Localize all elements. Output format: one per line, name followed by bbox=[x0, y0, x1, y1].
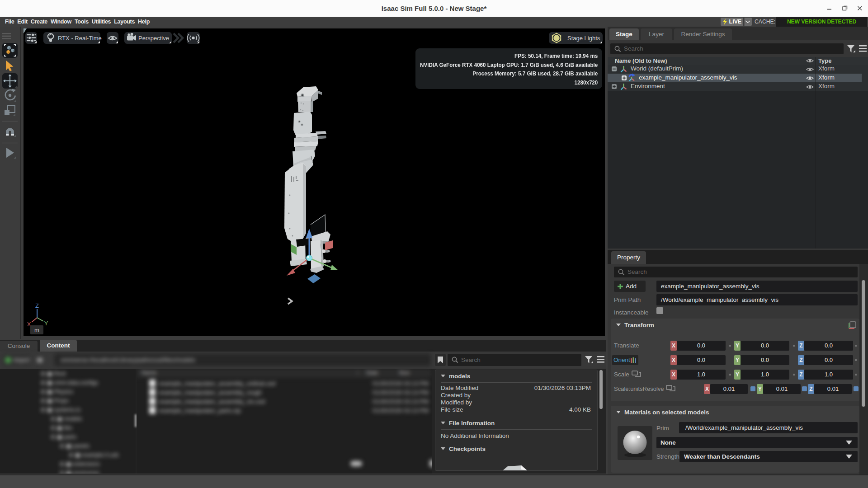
svg-text:Stage Lights: Stage Lights bbox=[567, 35, 600, 42]
svg-text:Z: Z bbox=[35, 302, 39, 309]
svg-text:Y: Y bbox=[44, 320, 48, 327]
svg-text:RTX - Real-Time: RTX - Real-Time bbox=[58, 35, 102, 42]
svg-text:Perspective: Perspective bbox=[138, 35, 169, 42]
svg-text:m: m bbox=[34, 327, 39, 333]
